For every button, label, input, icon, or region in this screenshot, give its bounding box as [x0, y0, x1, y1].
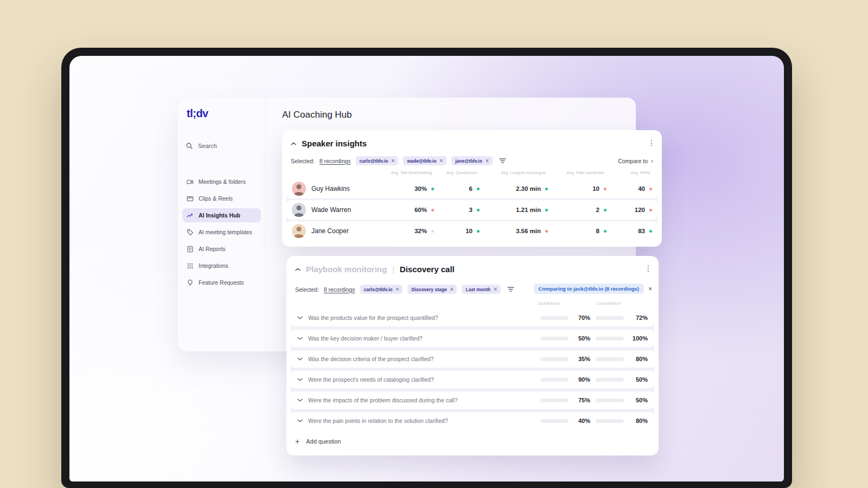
close-icon[interactable]: × [396, 286, 399, 292]
percentage-value: 80% [628, 418, 648, 424]
metric-value: 2 [596, 207, 599, 213]
chevron-down-icon[interactable] [297, 316, 303, 319]
panel-title: Speaker insights [302, 139, 367, 148]
chevron-down-icon[interactable] [297, 399, 303, 402]
filter-chip-label: carlo@tldv.io [360, 158, 388, 164]
tldv-logo: tl;dv [187, 107, 208, 120]
comparing-to-chip[interactable]: Comparing to jack@tldv.io (8 recordings) [534, 284, 644, 294]
compare-to-button[interactable]: Compare to › [618, 157, 653, 165]
question-row[interactable]: Was the products value for the prospect … [291, 309, 654, 326]
chevron-down-icon[interactable] [297, 357, 303, 361]
recordings-count-link[interactable]: 8 recordings [320, 158, 351, 164]
question-row[interactable]: Was the key decision maker / buyer clari… [291, 330, 654, 347]
avatar [292, 203, 306, 217]
sidebar-item-label: Feature Requests [199, 279, 244, 286]
close-icon[interactable]: × [450, 286, 454, 292]
column-header: Avg. WPM [607, 170, 652, 175]
sidebar-item-ai-meeting-templates[interactable]: AI meeting templates [182, 225, 261, 239]
question-text: Was the decision criteria of the prospec… [308, 356, 535, 362]
percentage-value: 72% [628, 314, 648, 321]
close-icon[interactable]: × [494, 286, 497, 292]
close-icon[interactable]: × [486, 158, 489, 164]
sidebar-item-ai-insights-hub[interactable]: AI Insights Hub [182, 208, 261, 222]
panel-title-muted: Playbook monitoring [306, 265, 387, 274]
sidebar-item-label: Integrations [199, 262, 228, 269]
sidebar: tl;dv Search Meetings & folders [178, 98, 266, 351]
progress-bar [596, 337, 624, 341]
question-row[interactable]: Was the decision criteria of the prospec… [291, 350, 654, 368]
filter-chip-label: wade@tldv.io [407, 158, 436, 164]
clapperboard-icon [187, 195, 194, 202]
status-dot [649, 209, 652, 211]
page-title: AI Coaching Hub [282, 110, 352, 120]
filter-chip-wade[interactable]: wade@tldv.io × [403, 156, 446, 165]
filter-chip-last-month[interactable]: Last month × [462, 285, 501, 294]
filter-chip-label: jane@tldv.io [455, 158, 482, 164]
table-row[interactable]: Guy Hawkins 30% 6 2.30 min 10 40 [286, 179, 658, 198]
column-header: Avg. Longest monologue [480, 170, 548, 175]
recordings-count-link[interactable]: 8 recordings [324, 286, 355, 293]
filter-chip-jane[interactable]: jane@tldv.io × [451, 156, 493, 165]
kebab-menu-icon[interactable]: ⋮ [648, 139, 655, 146]
selected-label: Selected: [295, 286, 319, 293]
metric-value: 3 [469, 207, 473, 213]
question-row[interactable]: Were the impacts of the problem discusse… [291, 391, 654, 409]
speaker-insights-panel: Speaker insights ⋮ Selected: 8 recording… [282, 130, 662, 247]
question-row[interactable]: Were the pain points in relation to the … [291, 412, 654, 429]
add-question-button[interactable]: + Add question [295, 433, 341, 450]
sidebar-item-meetings-folders[interactable]: Meetings & folders [182, 175, 261, 189]
collapse-chevron-up-icon[interactable] [295, 268, 301, 271]
kebab-menu-icon[interactable]: ⋮ [644, 265, 652, 272]
percentage-value: 50% [628, 376, 648, 383]
filter-lines-icon[interactable] [499, 158, 506, 164]
column-header: Avg. Questions/h [434, 170, 480, 175]
close-icon[interactable]: × [439, 158, 443, 164]
metric-value: 1.21 min [516, 207, 541, 213]
sidebar-item-feature-requests[interactable]: Feature Requests [182, 275, 261, 290]
sidebar-item-integrations[interactable]: Integrations [182, 259, 261, 273]
sidebar-item-label: AI Reports [199, 246, 226, 252]
filter-chip-carlo[interactable]: carlo@tldv.io × [360, 285, 403, 294]
percentage-value: 40% [573, 418, 590, 424]
status-dot [649, 188, 652, 190]
selected-label: Selected: [291, 158, 315, 164]
report-icon [187, 246, 194, 253]
metric-value: 10 [465, 228, 473, 234]
progress-bar [540, 419, 569, 423]
chevron-down-icon[interactable] [297, 419, 303, 422]
collapse-chevron-up-icon[interactable] [291, 142, 296, 145]
percentage-value: 50% [573, 335, 590, 342]
close-icon[interactable]: × [392, 158, 395, 164]
close-icon[interactable]: × [648, 285, 652, 293]
metric-value: 2.30 min [516, 185, 541, 192]
metric-value: 60% [414, 207, 427, 213]
grid-dots-icon [187, 262, 194, 269]
chevron-down-icon[interactable] [297, 337, 303, 340]
column-header: Avg. Talk time/meeting [382, 170, 434, 175]
filter-lines-icon[interactable] [507, 286, 514, 292]
table-row[interactable]: Jane Cooper 32% 10 3.56 min 8 83 [286, 221, 658, 241]
status-dot [649, 230, 652, 233]
question-text: Were the impacts of the problem discusse… [308, 397, 535, 403]
sidebar-item-clips-reels[interactable]: Clips & Reels [182, 191, 261, 206]
question-text: Were the prospect's needs of cataloging … [308, 376, 535, 383]
compare-to-label: Compare to [618, 158, 648, 164]
filter-chip-carlo[interactable]: carlo@tldv.io × [356, 156, 399, 165]
chevron-down-icon[interactable] [297, 378, 303, 381]
progress-bar [596, 419, 624, 423]
sidebar-item-ai-reports[interactable]: AI Reports [182, 242, 261, 256]
filter-chip-discovery-stage[interactable]: Discovery stage × [407, 285, 457, 294]
avatar [292, 182, 306, 196]
tag-icon [187, 229, 194, 236]
question-text: Was the key decision maker / buyer clari… [308, 335, 535, 342]
search-button[interactable]: Search [186, 142, 217, 150]
progress-bar [540, 399, 569, 402]
bar-column-header: Jack@tldv.io [519, 301, 579, 306]
progress-bar [540, 378, 569, 382]
question-text: Was the products value for the prospect … [308, 314, 535, 321]
table-row[interactable]: Wade Warren 60% 3 1.21 min 2 120 [286, 200, 658, 220]
metric-value: 30% [414, 185, 427, 192]
search-label: Search [198, 143, 217, 149]
question-row[interactable]: Were the prospect's needs of cataloging … [291, 371, 654, 388]
progress-bar [540, 337, 569, 341]
